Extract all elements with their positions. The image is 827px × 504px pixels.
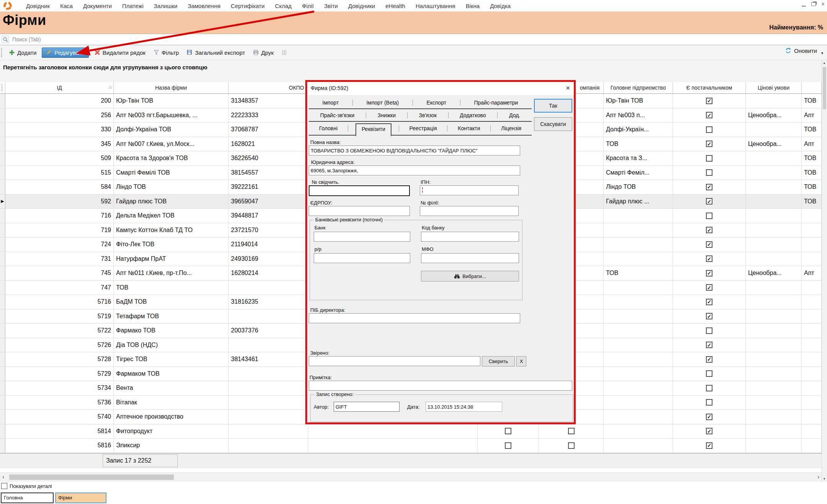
- cell-okpo[interactable]: 24930169: [229, 252, 308, 266]
- ok-button[interactable]: Так: [534, 99, 572, 113]
- cell-price-terms[interactable]: [746, 324, 802, 338]
- cell-id[interactable]: 584: [5, 180, 114, 194]
- choose-bank-button[interactable]: Вибрати...: [421, 271, 519, 281]
- cell-id[interactable]: 745: [5, 266, 114, 280]
- cell-okpo[interactable]: 21194014: [229, 237, 308, 252]
- cell-name[interactable]: Натурфарм ПрАТ: [114, 252, 229, 266]
- cell-supplier[interactable]: ✓: [673, 137, 746, 151]
- cell-type[interactable]: Апт: [802, 108, 822, 123]
- menu-item-Довідник[interactable]: Довідник: [26, 3, 50, 9]
- checkbox-checked[interactable]: ✓: [706, 198, 712, 205]
- cell-supplier[interactable]: ✓: [673, 295, 746, 309]
- cell-parent[interactable]: Гайдар плюс ...: [604, 195, 673, 209]
- cell-id[interactable]: 5716: [5, 295, 114, 309]
- dialog-tab-Знижки[interactable]: Знижки: [375, 111, 399, 119]
- cancel-button[interactable]: Скасувати: [534, 117, 572, 131]
- cell-id[interactable]: 5734: [5, 381, 114, 395]
- cell-okpo[interactable]: [229, 338, 308, 352]
- row-indicator[interactable]: [0, 381, 5, 395]
- row-indicator[interactable]: [0, 410, 5, 424]
- cell-name[interactable]: Апт №003 пгт.Барышевка, ...: [114, 108, 229, 123]
- cell-price-terms[interactable]: [746, 209, 802, 223]
- cell-type[interactable]: [802, 424, 822, 439]
- cell-parent[interactable]: [604, 295, 673, 309]
- cell-okpo[interactable]: [229, 396, 308, 410]
- dialog-tab-Додатково[interactable]: Додатково: [457, 111, 489, 119]
- cell-okpo[interactable]: 37068787: [229, 123, 308, 137]
- cell-name[interactable]: Кампус Коттон Клаб ТД ТО: [114, 223, 229, 237]
- cell-type[interactable]: ТОВ: [802, 166, 822, 180]
- cell-okpo[interactable]: 31348357: [229, 94, 308, 108]
- cell-type[interactable]: Апт: [802, 266, 822, 280]
- cell-type[interactable]: [802, 237, 822, 252]
- checkbox-checked[interactable]: ✓: [706, 112, 712, 118]
- cell-type[interactable]: [802, 410, 822, 424]
- group-by-panel[interactable]: Перетягніть заголовок колонки сюди для у…: [0, 60, 827, 82]
- cell-id[interactable]: 5722: [5, 324, 114, 338]
- cell-price-terms[interactable]: [746, 180, 802, 194]
- cell-price-terms[interactable]: [746, 252, 802, 266]
- cell-hidden[interactable]: [308, 439, 478, 453]
- show-details-checkbox[interactable]: [1, 483, 7, 489]
- cell-price-terms[interactable]: [746, 123, 802, 137]
- cell-type[interactable]: [802, 252, 822, 266]
- cell-id[interactable]: 716: [5, 209, 114, 223]
- checkbox-unchecked[interactable]: [706, 126, 712, 133]
- cell-okpo[interactable]: [229, 309, 308, 324]
- checkbox-checked[interactable]: ✓: [706, 342, 712, 348]
- cell-name[interactable]: Дельта Медікел ТОВ: [114, 209, 229, 223]
- header-name[interactable]: Назва фірми: [114, 82, 229, 93]
- header-supplier[interactable]: Є постачальником: [673, 82, 746, 93]
- row-indicator[interactable]: [0, 281, 5, 295]
- cell-parent[interactable]: [604, 252, 673, 266]
- cell-supplier[interactable]: ✓: [673, 410, 746, 424]
- checkbox-checked[interactable]: ✓: [706, 442, 712, 449]
- cell-parent[interactable]: [604, 223, 673, 237]
- ipn-input[interactable]: [420, 185, 519, 195]
- bank-code-input[interactable]: [421, 232, 519, 242]
- header-type[interactable]: [802, 82, 822, 93]
- cell-id[interactable]: 5814: [5, 424, 114, 439]
- certificate-input[interactable]: [309, 185, 410, 196]
- print-button[interactable]: Друк: [251, 48, 276, 57]
- cell-price-terms[interactable]: [746, 352, 802, 367]
- restore-button[interactable]: [811, 2, 816, 6]
- cell-name[interactable]: Фармаком ТОВ: [114, 367, 229, 381]
- cell-parent[interactable]: ТОВ: [604, 137, 673, 151]
- cell-name[interactable]: Ліндо ТОВ: [114, 180, 229, 194]
- cell-type[interactable]: ТОВ: [802, 123, 822, 137]
- minimize-button[interactable]: [802, 2, 806, 7]
- cell-type[interactable]: [802, 281, 822, 295]
- cell-supplier[interactable]: [673, 396, 746, 410]
- cell-type[interactable]: [802, 396, 822, 410]
- vertical-scrollbar[interactable]: ▲ ▼: [822, 60, 827, 482]
- checkbox-unchecked[interactable]: [706, 399, 712, 406]
- menu-item-Платежі[interactable]: Платежі: [122, 3, 144, 9]
- dialog-tab-Імпорт[interactable]: Імпорт: [319, 98, 342, 107]
- cell-okpo[interactable]: 16280214: [229, 266, 308, 280]
- cell-okpo[interactable]: [229, 424, 308, 439]
- account-input[interactable]: [314, 253, 410, 263]
- export-button[interactable]: Загальний експорт: [184, 48, 247, 57]
- menu-item-Налаштування[interactable]: Налаштування: [416, 3, 455, 9]
- cell-name[interactable]: Тігрес ТОВ: [114, 352, 229, 367]
- horizontal-scroll-thumb[interactable]: [9, 475, 174, 480]
- menu-item-Довідка[interactable]: Довідка: [490, 3, 511, 9]
- cell-name[interactable]: Фармако ТОВ: [114, 324, 229, 338]
- cell-type[interactable]: [802, 223, 822, 237]
- cell-price-terms[interactable]: [746, 396, 802, 410]
- cell-parent[interactable]: Ліндо ТОВ: [604, 180, 673, 194]
- cell-supplier[interactable]: ✓: [673, 237, 746, 252]
- cell-parent[interactable]: Смарті Феміл...: [604, 166, 673, 180]
- dialog-tab-Експорт[interactable]: Експорт: [423, 98, 449, 107]
- cell-price-terms[interactable]: Ценообра...: [746, 137, 802, 151]
- dialog-tab-Прайс-зв'язки[interactable]: Прайс-зв'язки: [317, 111, 358, 119]
- cell-supplier[interactable]: ✓: [673, 108, 746, 123]
- cell-okpo[interactable]: [229, 367, 308, 381]
- cell-supplier[interactable]: [673, 324, 746, 338]
- menu-item-Каса[interactable]: Каса: [60, 3, 73, 9]
- cell-parent[interactable]: Юр-Твін ТОВ: [604, 94, 673, 108]
- row-indicator[interactable]: [0, 424, 5, 439]
- cell-type[interactable]: [802, 295, 822, 309]
- cell-id[interactable]: 5736: [5, 396, 114, 410]
